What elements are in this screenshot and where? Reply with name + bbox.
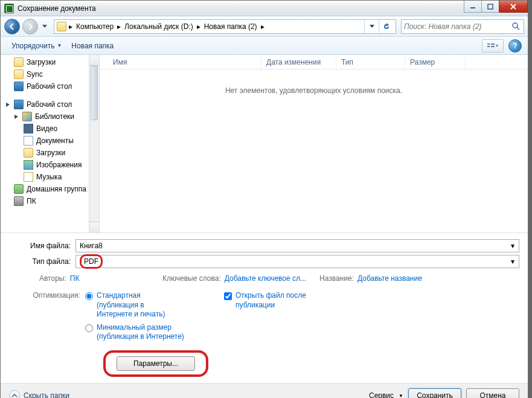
- sidebar-item-video[interactable]: Видео: [1, 123, 99, 135]
- nav-history-dropdown[interactable]: [40, 19, 49, 34]
- navbar: ▸ Компьютер▸ Локальный диск (D:)▸ Новая …: [1, 16, 528, 37]
- close-button[interactable]: [499, 1, 528, 13]
- breadcrumb[interactable]: ▸ Компьютер▸ Локальный диск (D:)▸ Новая …: [54, 19, 396, 34]
- sidebar-item-homegroup[interactable]: Домашняя группа: [1, 183, 99, 195]
- collapse-icon[interactable]: [14, 114, 19, 120]
- folder-icon: [57, 22, 66, 31]
- back-button[interactable]: [4, 19, 20, 34]
- title-add-link[interactable]: Добавьте название: [357, 274, 422, 283]
- optimize-minimal-radio[interactable]: Минимальный размер (публикация в Интерне…: [85, 323, 224, 342]
- chevron-up-icon: [9, 390, 20, 398]
- footer: Скрыть папки Сервис▼ Сохранить Отмена: [1, 383, 528, 398]
- sidebar-item-desktop[interactable]: Рабочий стол: [1, 80, 99, 92]
- folder-icon: [14, 57, 24, 67]
- scrollbar-thumb[interactable]: [91, 66, 98, 120]
- breadcrumb-part[interactable]: Локальный диск (D:): [122, 20, 196, 33]
- svg-point-2: [513, 23, 518, 28]
- column-headers: Имя Дата изменения Тип Размер: [100, 55, 528, 69]
- filetype-label: Тип файла:: [9, 257, 75, 266]
- image-icon: [24, 160, 33, 170]
- search-box[interactable]: [401, 19, 524, 34]
- music-icon: [24, 172, 33, 182]
- forward-button[interactable]: [22, 19, 38, 34]
- checkbox-open-after[interactable]: [224, 292, 232, 300]
- chevron-down-icon[interactable]: ▾: [508, 241, 518, 251]
- toolbar: Упорядочить▼ Новая папка ?: [1, 37, 528, 55]
- search-input[interactable]: [404, 22, 511, 31]
- main-area: Загрузки Sync Рабочий стол Рабочий стол …: [1, 55, 528, 233]
- window-title: Сохранение документа: [18, 4, 96, 13]
- refresh-button[interactable]: [379, 20, 393, 33]
- column-type[interactable]: Тип: [336, 55, 405, 69]
- svg-rect-6: [491, 43, 495, 45]
- params-highlight: Параметры...: [103, 350, 208, 377]
- cancel-button[interactable]: Отмена: [466, 388, 519, 398]
- file-list: Имя Дата изменения Тип Размер Нет элемен…: [100, 55, 528, 233]
- column-date[interactable]: Дата изменения: [261, 55, 336, 69]
- sidebar-item-desktop-root[interactable]: Рабочий стол: [1, 98, 99, 111]
- sidebar-item-documents[interactable]: Документы: [1, 135, 99, 147]
- folder-icon: [24, 148, 33, 158]
- titlebar: Сохранение документа: [1, 1, 528, 16]
- computer-icon: [14, 196, 24, 206]
- tools-menu[interactable]: Сервис▼: [369, 391, 403, 398]
- keywords-add-link[interactable]: Добавьте ключевое сл...: [225, 274, 306, 283]
- sidebar-scrollbar[interactable]: [89, 55, 99, 233]
- sidebar-item-libraries[interactable]: Библиотеки: [1, 111, 99, 123]
- optimize-standard-radio[interactable]: Стандартная (публикация в Интернете и пе…: [85, 291, 224, 319]
- authors-label: Авторы:: [39, 274, 66, 283]
- sidebar-item-sync[interactable]: Sync: [1, 68, 99, 80]
- svg-rect-1: [488, 4, 493, 9]
- organize-menu[interactable]: Упорядочить▼: [7, 39, 66, 53]
- save-form: Имя файла: Книга8▾ Тип файла: PDF▾ Автор…: [1, 233, 528, 383]
- desktop-icon: [14, 82, 24, 91]
- search-icon: [511, 22, 521, 31]
- svg-rect-4: [487, 43, 490, 45]
- sidebar-item-images[interactable]: Изображения: [1, 159, 99, 171]
- open-after-checkbox[interactable]: Открыть файл после публикации: [224, 291, 320, 310]
- radio-standard[interactable]: [85, 292, 93, 300]
- column-size[interactable]: Размер: [405, 55, 466, 69]
- help-button[interactable]: ?: [508, 39, 522, 53]
- keywords-label: Ключевые слова:: [162, 274, 221, 283]
- breadcrumb-dropdown[interactable]: [364, 20, 379, 33]
- breadcrumb-part[interactable]: Компьютер: [74, 20, 116, 33]
- maximize-button[interactable]: [481, 1, 499, 13]
- sidebar-item-pc[interactable]: ПК: [1, 195, 99, 207]
- svg-rect-7: [491, 46, 495, 47]
- new-folder-button[interactable]: Новая папка: [66, 39, 118, 53]
- sidebar: Загрузки Sync Рабочий стол Рабочий стол …: [1, 55, 100, 233]
- view-options-button[interactable]: [482, 39, 504, 53]
- excel-icon: [4, 4, 14, 13]
- authors-value[interactable]: ПК: [70, 274, 80, 283]
- sidebar-item-music[interactable]: Музыка: [1, 171, 99, 183]
- optimize-label: Оптимизация:: [9, 291, 85, 345]
- library-icon: [22, 112, 32, 121]
- svg-rect-5: [487, 46, 490, 47]
- empty-message: Нет элементов, удовлетворяющих условиям …: [100, 69, 528, 112]
- filetype-highlight: PDF: [80, 254, 103, 269]
- chevron-down-icon[interactable]: ▾: [508, 257, 518, 266]
- sidebar-item-downloads2[interactable]: Загрузки: [1, 147, 99, 159]
- homegroup-icon: [14, 184, 24, 194]
- filetype-select[interactable]: PDF▾: [75, 255, 519, 268]
- hide-folders-toggle[interactable]: Скрыть папки: [9, 390, 69, 398]
- breadcrumb-part[interactable]: Новая папка (2): [202, 20, 260, 33]
- document-icon: [24, 136, 33, 146]
- column-name[interactable]: Имя: [108, 55, 261, 69]
- save-dialog-window: Сохранение документа ▸ Компьютер▸ Локаль…: [0, 0, 528, 396]
- desktop-icon: [14, 100, 24, 109]
- collapse-icon[interactable]: [5, 102, 11, 108]
- folder-icon: [14, 69, 24, 79]
- filename-label: Имя файла:: [9, 242, 75, 250]
- title-label: Название:: [319, 274, 354, 283]
- sidebar-item-downloads[interactable]: Загрузки: [1, 56, 99, 68]
- save-button[interactable]: Сохранить: [408, 388, 461, 398]
- filename-input[interactable]: Книга8▾: [75, 239, 519, 252]
- options-button[interactable]: Параметры...: [117, 356, 195, 371]
- minimize-button[interactable]: [464, 1, 482, 13]
- svg-line-3: [517, 27, 519, 30]
- video-icon: [24, 124, 33, 133]
- radio-minimal[interactable]: [85, 324, 93, 332]
